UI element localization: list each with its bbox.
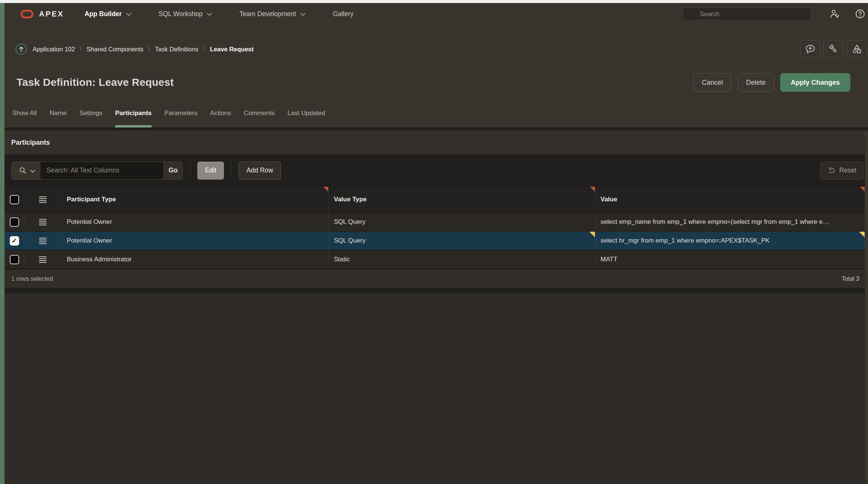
- column-label: Value: [601, 196, 617, 203]
- tab-actions[interactable]: Actions: [210, 101, 231, 127]
- grid-toolbar: Go Edit Add Row Reset: [5, 154, 868, 186]
- top-navigation-bar: APEX App Builder SQL Workshop Team Devel…: [5, 3, 868, 25]
- section-divider: [5, 127, 868, 130]
- cell-text: MATT: [601, 256, 617, 263]
- apex-page: APEX App Builder SQL Workshop Team Devel…: [0, 0, 868, 484]
- changed-cell-marker: [589, 232, 595, 237]
- region-title: Participants: [5, 130, 868, 154]
- cell-value[interactable]: MATT: [595, 250, 865, 269]
- row-select-cell[interactable]: [5, 250, 24, 269]
- row-checkbox[interactable]: [10, 255, 19, 264]
- tab-participants[interactable]: Participants: [115, 101, 152, 127]
- row-actions-icon: [39, 196, 47, 203]
- tab-comments[interactable]: Comments: [244, 101, 275, 127]
- nav-label: Team Development: [239, 10, 296, 18]
- breadcrumb-separator: \: [80, 45, 82, 53]
- help-icon[interactable]: [854, 8, 866, 19]
- rows-selected-status: 1 rows selected: [11, 276, 53, 282]
- nav-gallery[interactable]: Gallery: [333, 10, 353, 18]
- nav-up-icon[interactable]: [15, 43, 27, 55]
- table-row[interactable]: Business Administrator Static MATT: [5, 250, 865, 269]
- column-header-value[interactable]: Value: [595, 187, 865, 213]
- reset-button[interactable]: Reset: [820, 162, 863, 180]
- grid-status-bar: 1 rows selected Total 3: [5, 269, 865, 288]
- row-actions-icon: [39, 256, 47, 263]
- row-menu-cell[interactable]: [24, 250, 62, 269]
- cell-value[interactable]: select hr_mgr from emp_1 where empno=:AP…: [595, 232, 865, 250]
- table-row-selected[interactable]: Potential Owner SQL Query select hr_mgr …: [5, 232, 865, 250]
- cell-participant-type[interactable]: Potential Owner: [62, 213, 329, 232]
- administration-icon[interactable]: [829, 8, 840, 19]
- tab-settings[interactable]: Settings: [80, 101, 102, 127]
- nav-label: Gallery: [333, 10, 353, 18]
- breadcrumb: Application 102 \ Shared Components \ Ta…: [33, 45, 258, 53]
- left-edge-accent: [0, 3, 5, 484]
- oracle-logo-icon[interactable]: [21, 10, 33, 18]
- row-select-cell[interactable]: [5, 213, 24, 232]
- participants-grid: Participant Type Value Type Value: [5, 186, 865, 288]
- reset-icon: [827, 166, 835, 175]
- row-checkbox-checked[interactable]: [10, 236, 19, 246]
- chevron-down-icon: [126, 11, 131, 16]
- edit-button[interactable]: Edit: [197, 162, 224, 180]
- add-row-button[interactable]: Add Row: [239, 162, 281, 180]
- nav-team-development[interactable]: Team Development: [239, 10, 304, 18]
- nav-label: App Builder: [84, 10, 122, 18]
- cell-value-type[interactable]: SQL Query: [329, 232, 595, 250]
- table-row[interactable]: Potential Owner SQL Query select emp_nam…: [5, 213, 865, 232]
- shared-components-button[interactable]: [847, 40, 867, 58]
- required-marker: [323, 187, 328, 192]
- window-top-strip: [0, 0, 868, 3]
- row-menu-cell[interactable]: [24, 232, 62, 250]
- cell-text: select hr_mgr from emp_1 where empno=:AP…: [601, 237, 770, 244]
- nav-app-builder[interactable]: App Builder: [84, 10, 130, 18]
- tab-show-all[interactable]: Show All: [12, 101, 37, 127]
- cell-value-type[interactable]: SQL Query: [329, 213, 595, 232]
- chevron-down-icon: [207, 11, 212, 16]
- delete-button[interactable]: Delete: [737, 73, 774, 92]
- page-header: Task Definition: Leave Request Cancel De…: [5, 64, 868, 101]
- breadcrumb-separator: \: [148, 45, 150, 53]
- grid-search-input[interactable]: [41, 162, 164, 179]
- column-header-value-type[interactable]: Value Type: [329, 187, 595, 213]
- go-button[interactable]: Go: [164, 162, 182, 179]
- section-divider: [5, 288, 868, 293]
- cell-value[interactable]: select emp_name from emp_1 where empno=(…: [595, 213, 865, 232]
- cancel-button[interactable]: Cancel: [693, 73, 731, 92]
- global-search-input[interactable]: [683, 7, 811, 20]
- feedback-button[interactable]: [800, 40, 820, 58]
- row-actions-icon: [39, 219, 47, 225]
- select-all-checkbox[interactable]: [10, 195, 19, 204]
- page-title: Task Definition: Leave Request: [17, 76, 174, 88]
- row-actions-icon: [39, 238, 47, 244]
- tab-parameters[interactable]: Parameters: [164, 101, 197, 127]
- changed-cell-marker: [859, 232, 865, 237]
- cell-value-type[interactable]: Static: [329, 250, 595, 269]
- column-label: Participant Type: [67, 196, 116, 203]
- row-checkbox[interactable]: [10, 217, 19, 227]
- cell-participant-type[interactable]: Business Administrator: [62, 250, 329, 269]
- breadcrumb-application[interactable]: Application 102: [33, 46, 75, 53]
- breadcrumb-shared-components[interactable]: Shared Components: [87, 46, 143, 53]
- toolbar-divider: [231, 162, 231, 180]
- page-utility-buttons: [800, 40, 867, 58]
- brand-apex: APEX: [39, 10, 64, 18]
- toolbar-divider: [190, 162, 190, 180]
- chevron-down-icon: [300, 11, 305, 16]
- nav-sql-workshop[interactable]: SQL Workshop: [159, 10, 211, 18]
- breadcrumb-separator: \: [203, 45, 205, 53]
- cell-text: SQL Query: [334, 237, 365, 244]
- tab-name[interactable]: Name: [50, 101, 66, 127]
- apply-changes-button[interactable]: Apply Changes: [780, 73, 850, 92]
- select-all-cell[interactable]: [5, 187, 24, 213]
- breadcrumb-task-definitions[interactable]: Task Definitions: [155, 46, 198, 53]
- column-header-participant-type[interactable]: Participant Type: [62, 187, 329, 213]
- row-menu-cell[interactable]: [24, 213, 62, 232]
- row-select-cell[interactable]: [5, 232, 24, 250]
- chevron-down-icon: [30, 167, 35, 172]
- cell-participant-type[interactable]: Potential Owner: [62, 232, 329, 250]
- tab-last-updated[interactable]: Last Updated: [287, 101, 325, 127]
- spotlight-search-button[interactable]: [823, 40, 844, 58]
- header-menu-cell[interactable]: [24, 187, 62, 213]
- search-column-selector-button[interactable]: [12, 162, 41, 179]
